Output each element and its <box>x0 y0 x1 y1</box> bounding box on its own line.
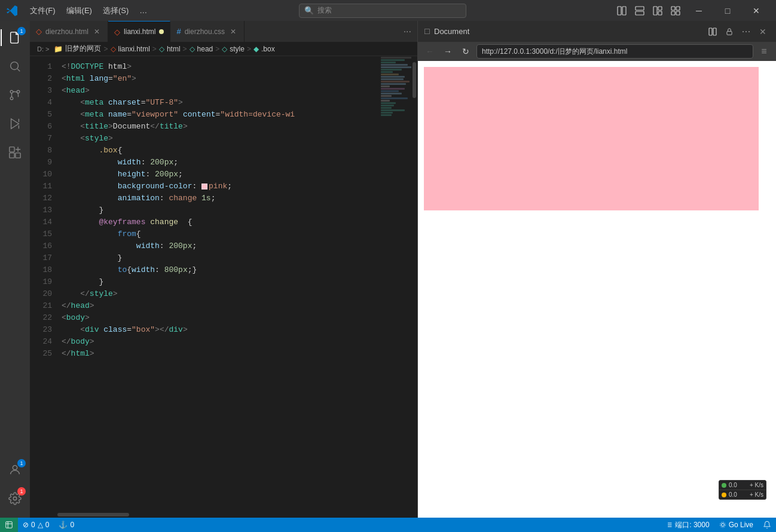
editor-scrollbar-thumb[interactable] <box>413 62 416 98</box>
code-line-17: } <box>57 252 375 264</box>
code-line-25: </html> <box>57 348 375 360</box>
svg-rect-18 <box>10 147 14 152</box>
activity-item-explorer[interactable]: 1 <box>1 23 29 52</box>
svg-rect-2 <box>636 7 644 10</box>
close-button[interactable]: ✕ <box>743 0 770 21</box>
layout-icon-2[interactable] <box>631 2 648 19</box>
breadcrumb-root-icon: D: > <box>37 45 49 53</box>
svg-rect-8 <box>676 7 680 10</box>
svg-rect-6 <box>658 11 662 15</box>
line-num-23: 23 <box>30 324 52 336</box>
status-warnings-icon: △ <box>38 521 43 529</box>
line-num-17: 17 <box>30 252 52 264</box>
minimize-button[interactable]: ─ <box>685 0 713 21</box>
tab-dierzhou-html[interactable]: ◇ dierzhou.html ✕ <box>30 21 108 42</box>
code-line-24: </body> <box>57 336 375 348</box>
main-container: 1 <box>0 21 776 518</box>
menu-more[interactable]: … <box>135 4 152 17</box>
menu-file[interactable]: 文件(F) <box>25 4 60 18</box>
menu-edit[interactable]: 编辑(E) <box>62 4 97 18</box>
breadcrumb-item-box[interactable]: ◆ .box <box>253 45 275 53</box>
code-line-16: width: 200px; <box>57 240 375 252</box>
layout-icon-4[interactable] <box>667 2 684 19</box>
activity-item-search[interactable] <box>1 52 29 81</box>
code-line-2: <html lang="en"> <box>57 73 375 85</box>
preview-more-button[interactable]: ··· <box>739 25 753 39</box>
preview-lock-button[interactable] <box>722 25 737 39</box>
browser-forward-button[interactable]: → <box>441 44 455 59</box>
line-num-4: 4 <box>30 97 52 109</box>
menu-select[interactable]: 选择(S) <box>98 4 133 18</box>
status-warnings-count: 0 <box>45 521 50 529</box>
status-remote-num[interactable]: ⚓ 0 <box>54 518 79 532</box>
svg-rect-5 <box>658 7 662 10</box>
tab-html-icon-2: ◇ <box>114 27 120 36</box>
code-line-13: } <box>57 204 375 216</box>
maximize-button[interactable]: □ <box>714 0 741 21</box>
line-num-18: 18 <box>30 264 52 276</box>
status-errors-text: ⊘ <box>23 521 29 529</box>
status-errors[interactable]: ⊘ 0 △ 0 <box>18 518 54 532</box>
line-num-2: 2 <box>30 73 52 85</box>
browser-address-bar[interactable]: http://127.0.0.1:3000/d:/旧梦的网页/lianxi.ht… <box>476 44 753 59</box>
activity-bar-bottom: 1 1 <box>1 455 29 518</box>
editor-scrollbar[interactable] <box>411 56 417 512</box>
status-go-live[interactable]: Go Live <box>714 518 758 532</box>
tab-close-3[interactable]: ✕ <box>228 27 238 36</box>
code-line-5: <meta name="viewport" content="width=dev… <box>57 109 375 121</box>
breadcrumb-folder-icon: 📁 <box>54 45 63 53</box>
activity-item-settings[interactable]: 1 <box>1 484 29 513</box>
preview-close-button[interactable]: ✕ <box>756 25 770 39</box>
breadcrumb-item-style[interactable]: ◇ style <box>222 45 245 53</box>
search-box[interactable]: 🔍 搜索 <box>299 4 466 18</box>
line-num-24: 24 <box>30 336 52 348</box>
layout-icon-1[interactable] <box>613 2 630 19</box>
browser-menu-button[interactable]: ≡ <box>757 44 771 59</box>
layout-icon-3[interactable] <box>649 2 666 19</box>
activity-item-extensions[interactable] <box>1 138 29 167</box>
status-port[interactable]: 端口: 3000 <box>661 518 714 532</box>
breadcrumb-style-label: style <box>230 45 245 53</box>
window-controls: ─ □ ✕ <box>613 0 770 21</box>
preview-header-controls: ··· ✕ <box>705 25 770 39</box>
code-line-1: <!DOCTYPE html> <box>57 61 375 73</box>
activity-item-account[interactable]: 1 <box>1 455 29 484</box>
breadcrumb: D: > 📁 旧梦的网页 > ◇ lianxi.html > ◇ html > … <box>30 42 417 56</box>
breadcrumb-file-icon: ◇ <box>111 45 116 53</box>
editor-hscroll-thumb[interactable] <box>57 513 129 516</box>
svg-point-12 <box>10 97 13 100</box>
breadcrumb-item-folder[interactable]: 📁 旧梦的网页 <box>54 44 101 54</box>
line-num-5: 5 <box>30 109 52 121</box>
preview-panel: ☐ Document ··· ✕ <box>417 21 776 518</box>
code-line-8: .box{ <box>57 145 375 157</box>
activity-item-run[interactable] <box>1 109 29 138</box>
line-num-21: 21 <box>30 300 52 312</box>
network-row-2: 0.0 + K/s <box>719 490 766 499</box>
code-line-20: </style> <box>57 288 375 300</box>
preview-title-area: ☐ Document <box>424 27 469 36</box>
network-label-2: 0.0 <box>729 491 737 498</box>
settings-badge: 1 <box>17 487 26 496</box>
tabs-bar: ◇ dierzhou.html ✕ ◇ lianxi.html # dierzh… <box>30 21 417 42</box>
breadcrumb-item-head[interactable]: ◇ head <box>190 45 213 53</box>
preview-split-button[interactable] <box>705 25 720 39</box>
breadcrumb-item-file[interactable]: ◇ lianxi.html <box>111 45 150 53</box>
status-bell[interactable] <box>758 518 776 532</box>
browser-back-button[interactable]: ← <box>423 44 437 59</box>
svg-rect-22 <box>713 28 716 35</box>
tabs-more-button[interactable]: ··· <box>398 21 417 42</box>
vscode-logo <box>6 5 18 17</box>
status-port-text: 端口: 3000 <box>675 520 709 530</box>
svg-rect-23 <box>727 31 732 35</box>
status-bar: ⊘ 0 △ 0 ⚓ 0 端口: 3000 Go Live <box>0 518 776 532</box>
tab-dierzhou-css[interactable]: # dierzhou.css ✕ <box>170 21 245 42</box>
code-area[interactable]: <!DOCTYPE html> <html lang="en"> <head> … <box>57 56 375 512</box>
editor-hscroll[interactable] <box>30 512 417 518</box>
activity-item-git[interactable] <box>1 81 29 109</box>
tab-close-1[interactable]: ✕ <box>92 27 102 36</box>
tab-lianxi-html[interactable]: ◇ lianxi.html <box>108 21 170 42</box>
status-remote[interactable] <box>0 518 18 532</box>
breadcrumb-item-html[interactable]: ◇ html <box>159 45 181 53</box>
editor-wrapper: 1 2 3 4 5 6 7 8 9 10 11 12 13 14 15 16 1 <box>30 56 417 518</box>
browser-refresh-button[interactable]: ↻ <box>459 44 473 59</box>
